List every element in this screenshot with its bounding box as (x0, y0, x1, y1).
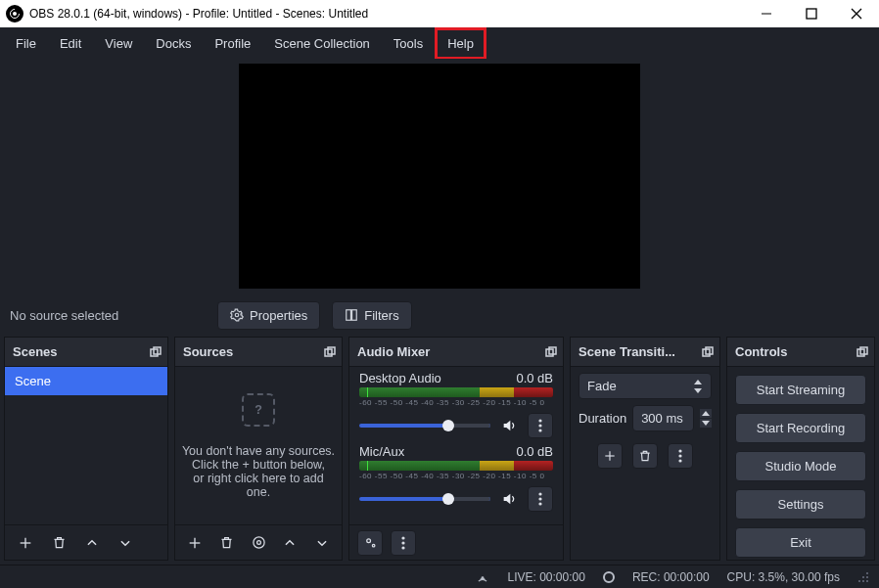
duration-input[interactable]: 300 ms (632, 405, 694, 431)
minimize-button[interactable] (744, 0, 789, 27)
svg-point-26 (538, 502, 541, 505)
filters-button[interactable]: Filters (332, 301, 411, 330)
svg-point-42 (678, 459, 681, 462)
svg-point-46 (604, 572, 614, 582)
svg-marker-34 (694, 380, 702, 384)
transition-add-button[interactable] (597, 443, 623, 469)
source-remove-button[interactable] (214, 530, 238, 556)
volume-slider[interactable] (359, 497, 490, 501)
broadcast-icon (476, 570, 489, 584)
app-icon (6, 5, 23, 23)
mixer-advanced-button[interactable] (357, 530, 383, 556)
speaker-icon[interactable] (496, 413, 522, 438)
popout-icon[interactable] (545, 346, 555, 358)
sources-empty[interactable]: ? You don't have any sources. Click the … (175, 367, 342, 524)
svg-point-28 (372, 544, 375, 547)
duration-label: Duration (578, 411, 626, 426)
menu-profile[interactable]: Profile (203, 28, 262, 59)
popout-icon[interactable] (150, 346, 160, 358)
record-icon (603, 571, 615, 583)
status-live: LIVE: 00:00:00 (507, 570, 584, 584)
transitions-dock: Scene Transiti... Fade Duration 300 ms (570, 337, 720, 561)
menu-docks[interactable]: Docks (144, 28, 203, 59)
svg-rect-7 (347, 310, 351, 321)
menu-scene-collection[interactable]: Scene Collection (262, 28, 382, 59)
svg-point-51 (862, 580, 864, 582)
mixer-title: Audio Mixer (357, 344, 430, 359)
svg-point-41 (678, 454, 681, 457)
duration-value: 300 ms (641, 411, 683, 426)
duration-spinner[interactable] (700, 409, 712, 428)
chevron-down-icon[interactable] (700, 419, 712, 428)
source-properties-button[interactable] (247, 530, 270, 556)
svg-point-25 (538, 497, 541, 500)
maximize-button[interactable] (789, 0, 834, 27)
scene-remove-button[interactable] (46, 530, 71, 556)
popout-icon[interactable] (702, 346, 712, 358)
app-window: { "title": "OBS 28.0.1 (64-bit, windows)… (0, 0, 879, 588)
source-up-button[interactable] (278, 530, 301, 556)
svg-marker-37 (702, 421, 710, 426)
svg-point-50 (866, 580, 868, 582)
docks-row: Scenes Scene Sources ? You don't have (0, 337, 879, 565)
svg-point-40 (678, 449, 681, 452)
svg-point-52 (858, 580, 860, 582)
chevron-up-icon[interactable] (700, 409, 712, 418)
menu-file[interactable]: File (4, 28, 48, 59)
exit-button[interactable]: Exit (735, 527, 866, 558)
vu-meter (359, 387, 553, 397)
no-source-label: No source selected (10, 308, 206, 323)
svg-point-29 (401, 536, 404, 539)
source-toolbar: No source selected Properties Filters (0, 294, 879, 337)
channel-menu-button[interactable] (528, 486, 553, 512)
channel-db: 0.0 dB (516, 444, 553, 459)
svg-point-47 (866, 572, 868, 574)
menu-edit[interactable]: Edit (48, 28, 93, 59)
scenes-title: Scenes (13, 344, 58, 359)
scene-add-button[interactable] (13, 530, 38, 556)
controls-title: Controls (735, 344, 787, 359)
sources-dock: Sources ? You don't have any sources. Cl… (174, 337, 343, 561)
menu-help[interactable]: Help (435, 27, 486, 60)
preview-canvas[interactable] (239, 64, 640, 289)
menu-view[interactable]: View (93, 28, 144, 59)
start-streaming-button[interactable]: Start Streaming (735, 375, 866, 405)
svg-point-48 (866, 576, 868, 578)
source-down-button[interactable] (310, 530, 334, 556)
resize-grip-icon[interactable] (857, 571, 869, 583)
svg-point-27 (366, 539, 370, 543)
properties-label: Properties (250, 308, 307, 323)
speaker-icon[interactable] (496, 486, 522, 512)
start-recording-button[interactable]: Start Recording (735, 413, 866, 443)
menu-tools[interactable]: Tools (382, 28, 435, 59)
svg-point-49 (862, 576, 864, 578)
volume-slider[interactable] (359, 424, 490, 428)
audio-channel: Mic/Aux0.0 dB -60 -55 -50 -45 -40 -35 -3… (349, 440, 563, 514)
properties-button[interactable]: Properties (217, 301, 320, 330)
studio-mode-button[interactable]: Studio Mode (735, 451, 866, 481)
popout-icon[interactable] (324, 346, 334, 358)
svg-marker-35 (694, 388, 702, 393)
menubar: File Edit View Docks Profile Scene Colle… (0, 27, 879, 59)
question-icon: ? (242, 393, 275, 427)
transition-menu-button[interactable] (668, 443, 693, 469)
svg-point-22 (538, 424, 541, 427)
transition-select[interactable]: Fade (578, 373, 712, 399)
source-add-button[interactable] (183, 530, 207, 556)
settings-button[interactable]: Settings (735, 489, 866, 520)
mixer-menu-button[interactable] (391, 530, 416, 556)
channel-menu-button[interactable] (528, 413, 553, 438)
svg-rect-3 (807, 9, 816, 19)
transition-remove-button[interactable] (632, 443, 658, 469)
svg-point-45 (483, 576, 485, 578)
scene-down-button[interactable] (113, 530, 138, 556)
svg-point-24 (538, 492, 541, 495)
close-button[interactable] (834, 0, 879, 27)
preview-area (0, 59, 879, 294)
meter-ticks: -60 -55 -50 -45 -40 -35 -30 -25 -20 -15 … (359, 398, 553, 407)
popout-icon[interactable] (856, 346, 866, 358)
mixer-dock: Audio Mixer Desktop Audio0.0 dB -60 -55 … (348, 337, 564, 561)
scene-item[interactable]: Scene (5, 367, 167, 395)
scene-up-button[interactable] (79, 530, 105, 556)
svg-point-1 (13, 12, 17, 16)
